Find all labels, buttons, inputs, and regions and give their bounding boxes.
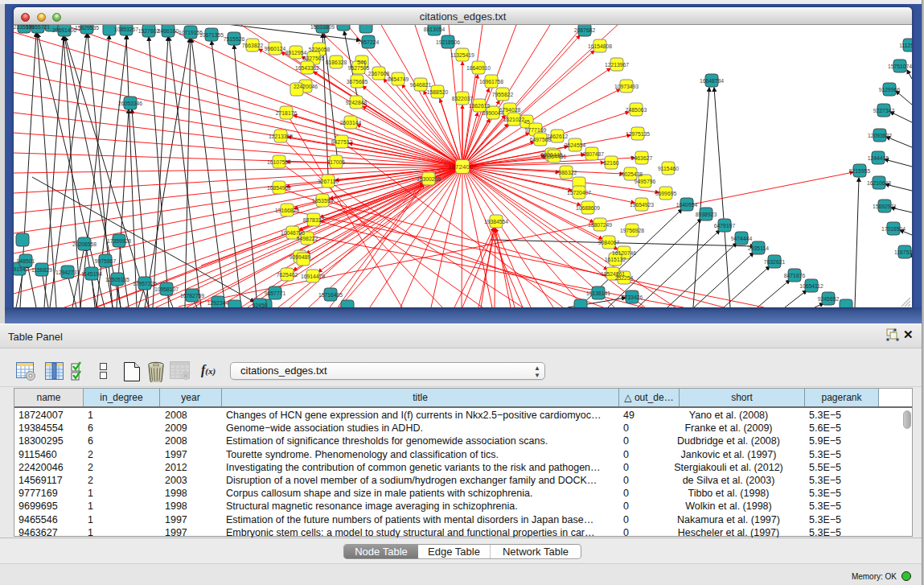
svg-text:19055721: 19055721 [26, 25, 50, 30]
svg-text:546: 546 [357, 60, 367, 65]
svg-text:7485063: 7485063 [626, 107, 647, 113]
svg-text:8322037: 8322037 [452, 96, 474, 101]
svg-text:9495796: 9495796 [634, 179, 656, 184]
svg-text:16107554: 16107554 [267, 159, 291, 165]
svg-text:12942737: 12942737 [55, 270, 80, 275]
svg-text:11325419: 11325419 [450, 52, 474, 58]
svg-text:16210643: 16210643 [867, 180, 891, 186]
svg-text:1588520: 1588520 [427, 89, 449, 95]
svg-text:18300295: 18300295 [417, 176, 441, 182]
svg-text:9099489: 9099489 [290, 254, 311, 260]
svg-text:16154808: 16154808 [588, 43, 612, 49]
svg-text:20206558: 20206558 [72, 241, 97, 247]
svg-text:9975867: 9975867 [95, 258, 117, 264]
svg-text:10688609: 10688609 [576, 205, 600, 211]
svg-text:1353594: 1353594 [312, 198, 334, 204]
svg-text:15716485: 15716485 [318, 292, 343, 298]
svg-text:16782759: 16782759 [180, 293, 204, 299]
svg-text:9463627: 9463627 [631, 155, 653, 161]
svg-text:10025438: 10025438 [618, 171, 643, 177]
svg-text:8186328: 8186328 [326, 60, 347, 65]
svg-text:16914479: 16914479 [301, 274, 325, 279]
svg-text:16543362: 16543362 [295, 65, 319, 71]
svg-text:1733426: 1733426 [622, 295, 643, 300]
svg-text:1615132: 1615132 [605, 257, 626, 262]
svg-text:10853267: 10853267 [114, 27, 138, 32]
svg-text:16854902: 16854902 [267, 185, 291, 191]
svg-text:45: 45 [524, 119, 530, 125]
svg-text:17359928: 17359928 [107, 238, 131, 244]
svg-text:12213369: 12213369 [269, 134, 293, 139]
svg-text:991542: 991542 [14, 266, 29, 272]
svg-text:8813054: 8813054 [424, 27, 446, 32]
svg-text:8912954: 8912954 [285, 50, 307, 56]
svg-text:1292344: 1292344 [207, 300, 229, 306]
svg-text:15136141: 15136141 [586, 290, 610, 296]
svg-text:10046796: 10046796 [281, 230, 305, 236]
svg-text:18724007: 18724007 [448, 163, 477, 171]
svg-text:7462612: 7462612 [547, 134, 569, 139]
svg-text:9646821: 9646821 [410, 82, 432, 88]
svg-text:1640954: 1640954 [676, 202, 698, 208]
svg-text:9245652: 9245652 [818, 296, 840, 302]
svg-text:9115460: 9115460 [658, 166, 679, 171]
svg-text:22420046: 22420046 [294, 84, 318, 89]
svg-text:19654923: 19654923 [630, 202, 654, 208]
svg-text:8454749: 8454749 [388, 76, 409, 82]
svg-text:8427512: 8427512 [331, 139, 353, 145]
svg-text:8466160: 8466160 [158, 28, 179, 34]
svg-text:948501: 948501 [17, 258, 35, 264]
svg-text:16120746: 16120746 [612, 250, 636, 256]
svg-text:9084067: 9084067 [598, 240, 620, 245]
svg-text:7986322: 7986322 [556, 170, 577, 175]
svg-text:7663822: 7663822 [242, 43, 264, 48]
svg-text:18640910: 18640910 [466, 65, 491, 71]
svg-text:7632621: 7632621 [764, 259, 786, 265]
svg-text:6794028: 6794028 [499, 107, 521, 113]
svg-text:1362615: 1362615 [469, 103, 491, 109]
svg-text:10807487: 10807487 [580, 151, 604, 157]
svg-text:20691406: 20691406 [52, 27, 76, 33]
svg-text:10973493: 10973493 [614, 84, 639, 89]
svg-text:9129966: 9129966 [879, 87, 901, 93]
svg-text:1244415: 1244415 [868, 155, 889, 161]
svg-text:16033809: 16033809 [310, 25, 335, 30]
svg-text:2087682: 2087682 [574, 27, 596, 33]
svg-text:9960124: 9960124 [265, 46, 286, 51]
svg-text:9657771: 9657771 [265, 290, 286, 296]
svg-text:19218506: 19218506 [436, 39, 460, 45]
svg-text:15692971: 15692971 [873, 204, 897, 209]
svg-text:15829535: 15829535 [75, 25, 99, 31]
svg-text:7957224: 7957224 [358, 39, 380, 45]
svg-text:9227342: 9227342 [873, 108, 895, 113]
svg-text:1621022: 1621022 [503, 117, 525, 122]
svg-text:18807249: 18807249 [588, 222, 612, 228]
svg-text:7955822: 7955822 [492, 92, 514, 97]
svg-text:9242848: 9242848 [346, 100, 368, 105]
svg-text:9474444: 9474444 [731, 236, 753, 241]
svg-text:8938923: 8938923 [696, 212, 717, 217]
svg-text:9699695: 9699695 [655, 191, 677, 196]
svg-text:17016504: 17016504 [881, 226, 906, 232]
svg-text:3675685: 3675685 [347, 79, 368, 84]
svg-text:12975135: 12975135 [626, 131, 650, 137]
svg-text:3267110: 3267110 [318, 179, 339, 184]
svg-text:19384554: 19384554 [484, 219, 508, 225]
svg-text:10958107: 10958107 [154, 286, 179, 292]
svg-text:5226058: 5226058 [309, 47, 331, 52]
svg-text:12213967: 12213967 [605, 62, 629, 68]
svg-text:1527602: 1527602 [138, 28, 160, 34]
svg-text:16961758: 16961758 [479, 79, 503, 84]
svg-text:252254: 252254 [615, 275, 634, 281]
svg-text:16648784: 16648784 [700, 78, 724, 84]
svg-text:8471676: 8471676 [784, 273, 806, 278]
svg-text:9327505: 9327505 [303, 56, 325, 61]
svg-text:10654112: 10654112 [799, 283, 823, 289]
svg-text:2603144: 2603144 [340, 120, 362, 126]
svg-text:26053346: 26053346 [118, 101, 142, 106]
svg-text:9777169: 9777169 [525, 127, 547, 133]
svg-text:10671355: 10671355 [199, 32, 224, 38]
svg-text:3624554: 3624554 [565, 142, 586, 148]
svg-text:1112576: 1112576 [899, 43, 912, 48]
svg-text:92450: 92450 [253, 303, 268, 308]
